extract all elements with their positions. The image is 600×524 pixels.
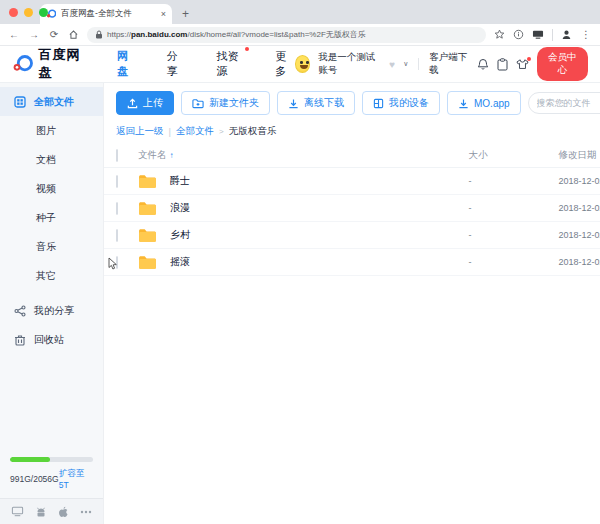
share-icon: [14, 305, 26, 317]
table-row-folder-country[interactable]: 乡村 - 2018-12-02 18:02: [104, 222, 600, 249]
folder-name[interactable]: 浪漫: [170, 201, 190, 215]
folder-icon: [138, 174, 157, 189]
row-checkbox[interactable]: [116, 175, 118, 188]
storage-progress-fill: [10, 457, 50, 462]
breadcrumb-root-link[interactable]: 全部文件: [176, 125, 214, 138]
desktop-client-icon[interactable]: [11, 506, 24, 517]
column-header-date[interactable]: 修改日期: [559, 149, 600, 162]
mo-app-button[interactable]: MO.app: [447, 91, 521, 115]
row-checkbox[interactable]: [116, 202, 118, 215]
new-folder-button[interactable]: 新建文件夹: [181, 91, 270, 115]
offline-download-button[interactable]: 离线下载: [277, 91, 355, 115]
client-download-link[interactable]: 客户端下载: [429, 51, 468, 77]
table-row-folder-romance[interactable]: 浪漫 - 2018-12-02 18:01: [104, 195, 600, 222]
sidebar-item-my-shares[interactable]: 我的分享: [0, 296, 103, 325]
nav-tab-share[interactable]: 分享: [165, 39, 187, 89]
sidebar-item-music[interactable]: 音乐: [0, 232, 103, 261]
offline-download-icon: [288, 98, 299, 109]
row-checkbox[interactable]: [116, 229, 118, 242]
browser-tabstrip: 百度网盘-全部文件 × +: [0, 0, 600, 24]
upload-button-label: 上传: [143, 96, 163, 110]
folder-name[interactable]: 摇滚: [170, 255, 190, 269]
sort-ascending-icon[interactable]: ↑: [170, 151, 174, 160]
baidu-netdisk-logo-icon: [12, 54, 34, 74]
sidebar-item-videos[interactable]: 视频: [0, 174, 103, 203]
storage-expand-link[interactable]: 扩容至5T: [59, 468, 93, 490]
profile-icon[interactable]: [561, 29, 572, 40]
file-date: 2018-12-02 18:01: [559, 176, 600, 186]
browser-tab[interactable]: 百度网盘-全部文件 ×: [40, 4, 172, 24]
sidebar-item-all-files[interactable]: 全部文件: [0, 87, 103, 116]
nav-tab-more[interactable]: 更多: [273, 39, 295, 89]
forward-icon[interactable]: →: [28, 29, 40, 40]
dress-up-shirt-icon[interactable]: [516, 58, 529, 70]
top-navigation: 网盘 分享 找资源 更多: [115, 39, 295, 89]
home-icon[interactable]: [68, 29, 79, 40]
breadcrumb-separator: >: [219, 127, 224, 136]
file-size: -: [469, 176, 559, 186]
nav-tab-netdisk[interactable]: 网盘: [115, 39, 137, 89]
storage-used-label: 991G/2056G: [10, 474, 59, 484]
breadcrumb-back-link[interactable]: 返回上一级: [116, 125, 164, 138]
mouse-cursor: [108, 257, 118, 270]
breadcrumb-current: 无版权音乐: [229, 125, 277, 138]
file-table-header: 文件名 ↑ 大小 修改日期: [104, 144, 600, 168]
notification-bell-icon[interactable]: [477, 58, 489, 71]
more-platforms-icon[interactable]: [80, 510, 92, 514]
sidebar-item-torrents[interactable]: 种子: [0, 203, 103, 232]
notification-dot: [245, 47, 249, 51]
table-row-folder-jazz[interactable]: 爵士 - 2018-12-02 18:01: [104, 168, 600, 195]
my-devices-label: 我的设备: [389, 96, 429, 110]
window-controls[interactable]: [9, 8, 48, 17]
screen-extension-icon[interactable]: [532, 29, 544, 40]
column-header-size[interactable]: 大小: [469, 149, 559, 162]
folder-icon: [138, 201, 157, 216]
zoom-window-button[interactable]: [39, 8, 48, 17]
chrome-menu-icon[interactable]: ⋮: [580, 29, 592, 40]
chevron-down-icon[interactable]: ∨: [403, 60, 408, 68]
sidebar-item-recycle-bin[interactable]: 回收站: [0, 325, 103, 354]
new-tab-button[interactable]: +: [182, 7, 189, 21]
close-tab-icon[interactable]: ×: [161, 9, 166, 19]
breadcrumb: 返回上一级 | 全部文件 > 无版权音乐 已全部加载，共4个: [104, 121, 600, 144]
lock-icon: [95, 30, 103, 39]
upload-icon: [127, 98, 138, 109]
minimize-window-button[interactable]: [24, 8, 33, 17]
sidebar-item-label: 全部文件: [34, 95, 74, 109]
folder-name[interactable]: 乡村: [170, 228, 190, 242]
divider: [552, 29, 553, 41]
my-devices-button[interactable]: 我的设备: [362, 91, 440, 115]
column-header-name[interactable]: 文件名: [138, 149, 167, 162]
divider: |: [169, 126, 171, 137]
search-input[interactable]: [537, 98, 600, 108]
bookmark-star-icon[interactable]: [494, 29, 505, 40]
ios-client-icon[interactable]: [58, 506, 69, 518]
task-clipboard-icon[interactable]: [497, 58, 508, 71]
tab-title: 百度网盘-全部文件: [61, 8, 156, 20]
sidebar-item-others[interactable]: 其它: [0, 261, 103, 290]
info-extension-icon[interactable]: [513, 29, 524, 40]
table-row-folder-rock[interactable]: 摇滚 - 2018-12-02 18:03: [104, 249, 600, 276]
username: 我是一个测试账号: [318, 51, 381, 77]
sidebar-item-pictures[interactable]: 图片: [0, 116, 103, 145]
sidebar-item-documents[interactable]: 文档: [0, 145, 103, 174]
select-all-checkbox[interactable]: [116, 149, 118, 162]
search-box[interactable]: [528, 92, 600, 114]
folder-name[interactable]: 爵士: [170, 174, 190, 188]
user-avatar[interactable]: [295, 55, 310, 73]
android-client-icon[interactable]: [35, 506, 47, 518]
upload-button[interactable]: 上传: [116, 91, 174, 115]
baidu-netdisk-logo[interactable]: 百度网盘: [12, 46, 89, 82]
file-size: -: [469, 230, 559, 240]
new-folder-icon: [192, 98, 204, 109]
reload-icon[interactable]: ⟳: [48, 29, 60, 40]
offline-download-label: 离线下载: [304, 96, 344, 110]
logo-text: 百度网盘: [39, 46, 89, 82]
back-icon[interactable]: ←: [8, 29, 20, 40]
file-size: -: [469, 257, 559, 267]
nav-tab-find-resources[interactable]: 找资源: [215, 39, 246, 89]
vip-center-button[interactable]: 会员中心: [537, 47, 588, 81]
close-window-button[interactable]: [9, 8, 18, 17]
storage-progress-track: [10, 457, 93, 462]
platform-dock: [0, 498, 103, 524]
